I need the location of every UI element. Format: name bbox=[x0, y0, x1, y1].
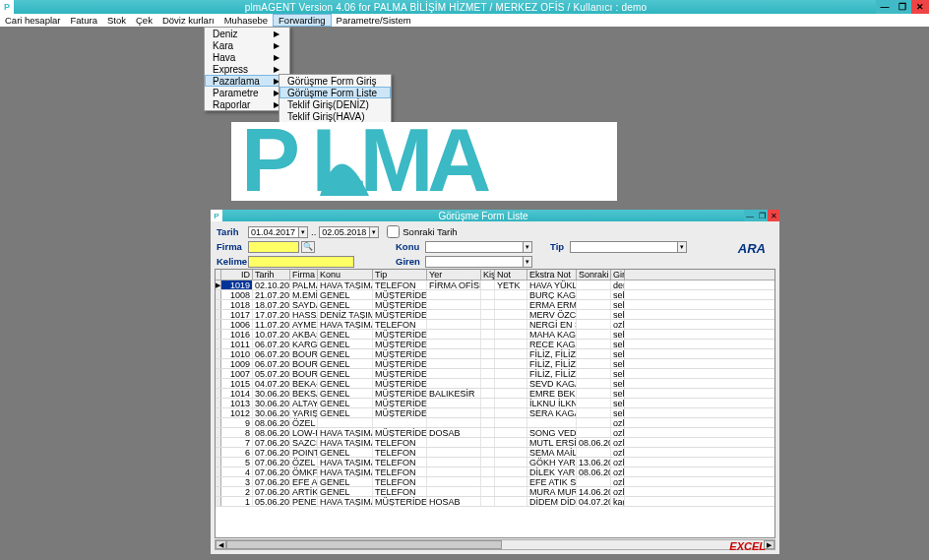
submenu-teklif-giris-hava[interactable]: Teklif Giriş(HAVA) bbox=[279, 110, 391, 122]
menu-stok[interactable]: Stok bbox=[102, 14, 131, 27]
cell-yer[interactable] bbox=[427, 349, 481, 358]
cell-not[interactable] bbox=[495, 497, 527, 506]
cell-tip[interactable]: TELEFON bbox=[373, 477, 427, 486]
cell-id[interactable]: 1008 bbox=[221, 290, 253, 299]
cell-konu[interactable]: GENEL bbox=[318, 330, 373, 339]
cell-not[interactable] bbox=[495, 290, 527, 299]
cell-yer[interactable] bbox=[427, 448, 481, 457]
cell-ekstra[interactable]: ERMA ERMAN BEY bbox=[527, 300, 577, 309]
submenu-raporlar[interactable]: Raporlar▶ bbox=[205, 98, 289, 110]
cell-giris[interactable]: ozle bbox=[611, 428, 625, 437]
cell-tarih[interactable]: 08.06.2017 bbox=[253, 418, 290, 427]
cell-yer[interactable]: BALIKESİR bbox=[427, 389, 481, 398]
cell-tarih[interactable]: 30.06.2017 bbox=[253, 389, 290, 398]
cell-yer[interactable] bbox=[427, 290, 481, 299]
cell-tip[interactable]: MÜŞTERİDE bbox=[373, 408, 427, 417]
cell-firma[interactable]: AKBAS bbox=[290, 330, 318, 339]
cell-kisi[interactable] bbox=[481, 458, 495, 467]
window-minimize-button[interactable]: — bbox=[876, 0, 894, 14]
cell-sonraki[interactable]: 04.07.2017 bbox=[577, 497, 611, 506]
cell-giris[interactable]: ozle bbox=[611, 477, 625, 486]
cell-id[interactable]: 1011 bbox=[221, 340, 253, 348]
table-row[interactable]: 707.06.2017SAZCIHAVA TAŞIMACILIKTELEFONM… bbox=[216, 438, 774, 448]
cell-not[interactable] bbox=[495, 359, 527, 368]
cell-sonraki[interactable] bbox=[577, 428, 611, 437]
cell-ekstra[interactable]: DİLEK YARIN İÇİN B DİLEK HANIM H bbox=[527, 467, 577, 476]
cell-sonraki[interactable] bbox=[577, 280, 611, 289]
cell-firma[interactable]: LOW-F bbox=[290, 428, 318, 437]
cell-sonraki[interactable] bbox=[577, 349, 611, 358]
cell-tip[interactable]: MÜŞTERİDE bbox=[373, 310, 427, 319]
cell-giris[interactable]: seb bbox=[611, 408, 625, 417]
col-header-id[interactable]: ID bbox=[221, 270, 253, 280]
cell-kisi[interactable] bbox=[481, 389, 495, 398]
cell-not[interactable] bbox=[495, 369, 527, 378]
cell-sonraki[interactable] bbox=[577, 340, 611, 348]
cell-kisi[interactable] bbox=[481, 330, 495, 339]
cell-tip[interactable]: MÜŞTERİDE bbox=[373, 359, 427, 368]
table-row[interactable]: 407.06.2017ÖMKFHAVA TAŞIMACILIKTELEFONDİ… bbox=[216, 467, 774, 477]
submenu-deniz[interactable]: Deniz▶ bbox=[205, 28, 289, 39]
cell-tarih[interactable]: 07.06.2017 bbox=[253, 438, 290, 447]
cell-giris[interactable]: seb bbox=[611, 330, 625, 339]
cell-ekstra[interactable]: RECE KAGAN İLE B bbox=[527, 340, 577, 348]
cell-sonraki[interactable] bbox=[577, 320, 611, 329]
cell-id[interactable]: 1009 bbox=[221, 359, 253, 368]
cell-tip[interactable]: MÜŞTERİDE bbox=[373, 399, 427, 407]
cell-id[interactable]: 1013 bbox=[221, 399, 253, 407]
cell-tarih[interactable]: 30.06.2017 bbox=[253, 399, 290, 407]
cell-tip[interactable]: MÜŞTERİDE bbox=[373, 290, 427, 299]
cell-tip[interactable]: MÜŞTERİDE bbox=[373, 300, 427, 309]
cell-id[interactable]: 1 bbox=[221, 497, 253, 506]
cell-ekstra[interactable]: İLKNU İLKNUR HN bbox=[527, 399, 577, 407]
cell-ekstra[interactable]: EMRE BEKSAN CİV bbox=[527, 389, 577, 398]
cell-giris[interactable]: ozle bbox=[611, 418, 625, 427]
cell-kisi[interactable] bbox=[481, 448, 495, 457]
cell-giris[interactable]: seb bbox=[611, 399, 625, 407]
sonraki-tarih-checkbox[interactable] bbox=[387, 225, 400, 238]
cell-giris[interactable]: ozle bbox=[611, 448, 625, 457]
cell-id[interactable]: 1014 bbox=[221, 389, 253, 398]
cell-not[interactable] bbox=[495, 399, 527, 407]
firma-lookup-button[interactable]: 🔍 bbox=[301, 241, 315, 253]
firma-input[interactable] bbox=[248, 241, 299, 253]
cell-id[interactable]: 6 bbox=[221, 448, 253, 457]
cell-id[interactable]: 7 bbox=[221, 438, 253, 447]
cell-tip[interactable]: TELEFON bbox=[373, 280, 427, 289]
cell-not[interactable] bbox=[495, 300, 527, 309]
kelime-input[interactable] bbox=[248, 256, 354, 268]
cell-id[interactable]: 5 bbox=[221, 458, 253, 467]
cell-sonraki[interactable] bbox=[577, 408, 611, 417]
scroll-thumb[interactable] bbox=[226, 540, 502, 549]
cell-giris[interactable]: ozle bbox=[611, 487, 625, 496]
cell-ekstra[interactable]: FİLİZ, FİLİZ HNM İL bbox=[527, 369, 577, 378]
submenu-teklif-giris-deniz[interactable]: Teklif Giriş(DENİZ) bbox=[279, 98, 391, 110]
cell-kisi[interactable] bbox=[481, 369, 495, 378]
cell-tip[interactable]: TELEFON bbox=[373, 438, 427, 447]
cell-kisi[interactable] bbox=[481, 320, 495, 329]
cell-konu[interactable]: GENEL bbox=[318, 477, 373, 486]
cell-tarih[interactable]: 07.06.2017 bbox=[253, 458, 290, 467]
horizontal-scrollbar[interactable]: ◀ ▶ bbox=[215, 539, 775, 550]
col-header-firma[interactable]: Firma bbox=[290, 270, 318, 280]
cell-yer[interactable] bbox=[427, 340, 481, 348]
date-from-dropdown-button[interactable]: ▾ bbox=[298, 226, 308, 238]
cell-tarih[interactable]: 18.07.2017 bbox=[253, 300, 290, 309]
date-to-dropdown-button[interactable]: ▾ bbox=[369, 226, 379, 238]
table-row[interactable]: 101430.06.2017BEKSAGENELMÜŞTERİDEBALIKES… bbox=[216, 389, 774, 399]
cell-yer[interactable]: FİRMA OFİSİ bbox=[427, 280, 481, 289]
cell-sonraki[interactable]: 08.06.2017 bbox=[577, 467, 611, 476]
table-row[interactable]: 101330.06.2017ALTAYGENELMÜŞTERİDEİLKNU İ… bbox=[216, 399, 774, 408]
cell-firma[interactable]: BOURI bbox=[290, 359, 318, 368]
table-row[interactable]: 101504.07.2017BEKA-IGENELMÜŞTERİDESEVD K… bbox=[216, 379, 774, 389]
cell-not[interactable] bbox=[495, 408, 527, 417]
child-close-button[interactable]: ✕ bbox=[768, 210, 779, 221]
cell-firma[interactable]: PENEL bbox=[290, 497, 318, 506]
cell-kisi[interactable] bbox=[481, 399, 495, 407]
cell-firma[interactable]: HASSA bbox=[290, 310, 318, 319]
cell-kisi[interactable] bbox=[481, 428, 495, 437]
cell-ekstra[interactable]: GÖKH YARIN İÇİN B bbox=[527, 458, 577, 467]
menu-cari-hesaplar[interactable]: Cari hesaplar bbox=[0, 14, 66, 27]
menu-parametre-sistem[interactable]: Parametre/Sistem bbox=[332, 14, 416, 27]
cell-id[interactable]: 4 bbox=[221, 467, 253, 476]
